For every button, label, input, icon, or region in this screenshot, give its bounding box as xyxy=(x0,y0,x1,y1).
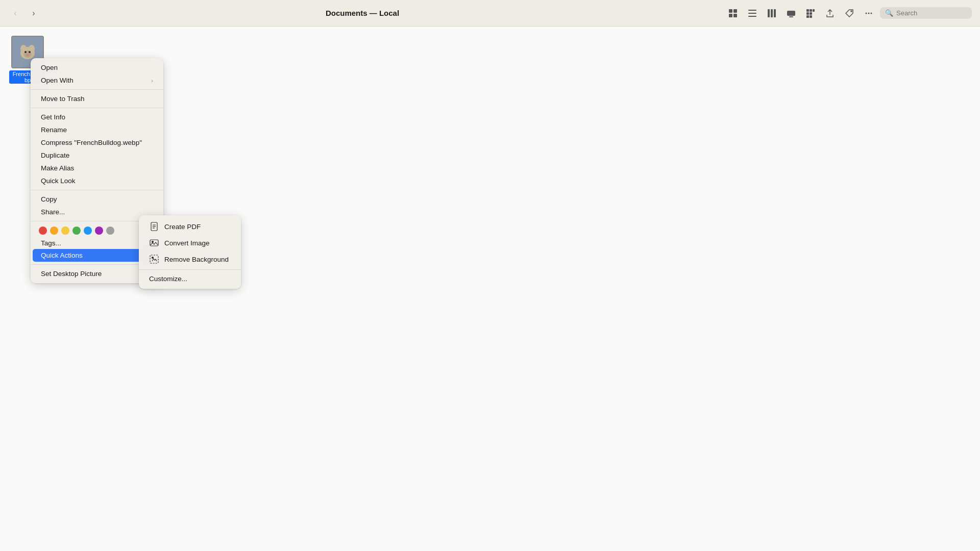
svg-point-22 xyxy=(871,12,872,14)
chevron-right-icon: › xyxy=(151,78,153,84)
separator-2 xyxy=(31,108,163,108)
submenu-item-convert-image[interactable]: Convert Image xyxy=(141,235,239,251)
svg-rect-5 xyxy=(748,13,756,14)
svg-rect-14 xyxy=(813,9,815,12)
svg-rect-7 xyxy=(768,9,770,17)
svg-rect-11 xyxy=(789,16,793,17)
menu-item-move-to-trash[interactable]: Move to Trash xyxy=(33,92,161,105)
remove-background-icon xyxy=(149,254,159,264)
main-content: FrenchBulld bp Open Open With › Move to … xyxy=(0,27,980,551)
tag-dot-red[interactable] xyxy=(39,227,47,235)
svg-rect-15 xyxy=(806,12,809,15)
menu-item-open-with[interactable]: Open With › xyxy=(33,74,161,87)
tag-dot-green[interactable] xyxy=(72,227,81,235)
svg-rect-2 xyxy=(729,14,732,17)
share-button[interactable] xyxy=(822,5,838,21)
svg-point-38 xyxy=(152,257,154,259)
more-button[interactable] xyxy=(861,5,877,21)
convert-image-icon xyxy=(149,238,159,248)
tag-dot-purple[interactable] xyxy=(95,227,103,235)
menu-item-open[interactable]: Open xyxy=(33,61,161,74)
separator-3 xyxy=(31,190,163,190)
svg-rect-13 xyxy=(810,9,812,12)
submenu-item-remove-background[interactable]: Remove Background xyxy=(141,251,239,267)
svg-rect-4 xyxy=(748,10,756,11)
list-view-button[interactable] xyxy=(744,5,761,21)
submenu-item-create-pdf[interactable]: Create PDF xyxy=(141,218,239,235)
menu-item-quick-look[interactable]: Quick Look xyxy=(33,174,161,187)
svg-point-29 xyxy=(29,51,31,53)
tag-dot-blue[interactable] xyxy=(84,227,92,235)
search-bar[interactable]: 🔍 xyxy=(880,7,972,19)
grid-view-button[interactable] xyxy=(725,5,741,21)
menu-item-compress[interactable]: Compress "FrenchBulldog.webp" xyxy=(33,136,161,149)
svg-rect-35 xyxy=(150,240,158,246)
quick-actions-submenu: Create PDF Convert Image Remove Backgr xyxy=(139,215,241,289)
menu-item-make-alias[interactable]: Make Alias xyxy=(33,162,161,174)
svg-rect-9 xyxy=(774,9,776,17)
svg-rect-3 xyxy=(733,14,737,17)
search-icon: 🔍 xyxy=(885,9,893,17)
svg-point-36 xyxy=(152,241,154,243)
tag-dot-yellow[interactable] xyxy=(61,227,69,235)
tags-button[interactable] xyxy=(841,5,857,21)
menu-item-duplicate[interactable]: Duplicate xyxy=(33,149,161,162)
create-pdf-icon xyxy=(149,221,159,232)
window-title: Documents — Local xyxy=(4,9,721,17)
search-input[interactable] xyxy=(896,9,967,17)
gallery-view-button[interactable] xyxy=(783,5,799,21)
menu-item-get-info[interactable]: Get Info xyxy=(33,111,161,123)
svg-rect-10 xyxy=(787,11,795,16)
submenu-item-customize[interactable]: Customize... xyxy=(141,272,239,286)
svg-rect-12 xyxy=(806,9,809,12)
submenu-separator xyxy=(139,269,241,270)
svg-point-28 xyxy=(24,51,27,53)
svg-point-19 xyxy=(851,11,852,12)
svg-point-20 xyxy=(866,12,867,14)
svg-rect-6 xyxy=(748,16,756,17)
file-label-line2: bp xyxy=(24,77,31,83)
svg-rect-8 xyxy=(771,9,773,17)
toolbar-right: 🔍 xyxy=(725,5,972,21)
group-button[interactable] xyxy=(802,5,819,21)
menu-item-rename[interactable]: Rename xyxy=(33,123,161,136)
svg-rect-17 xyxy=(806,15,809,18)
svg-point-30 xyxy=(26,54,29,56)
svg-rect-18 xyxy=(810,15,812,18)
tag-dot-gray[interactable] xyxy=(106,227,114,235)
svg-rect-16 xyxy=(810,12,812,15)
svg-point-21 xyxy=(868,12,870,14)
menu-item-copy[interactable]: Copy xyxy=(33,193,161,206)
svg-rect-0 xyxy=(729,9,732,13)
titlebar: ‹ › Documents — Local xyxy=(0,0,980,27)
tag-dot-orange[interactable] xyxy=(50,227,58,235)
separator-1 xyxy=(31,89,163,90)
svg-rect-1 xyxy=(733,9,737,13)
column-view-button[interactable] xyxy=(764,5,780,21)
